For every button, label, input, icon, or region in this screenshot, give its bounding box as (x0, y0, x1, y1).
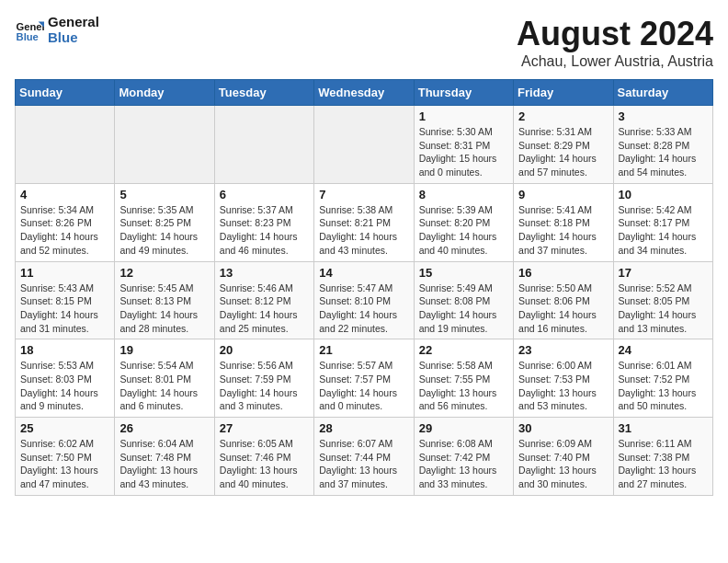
day-info: Sunrise: 5:50 AM Sunset: 8:06 PM Dayligh… (518, 282, 608, 336)
day-number: 30 (518, 421, 608, 435)
day-number: 10 (619, 188, 708, 201)
calendar-cell: 18Sunrise: 5:53 AM Sunset: 8:03 PM Dayli… (16, 339, 115, 418)
day-number: 22 (419, 343, 508, 357)
calendar-cell: 2Sunrise: 5:31 AM Sunset: 8:29 PM Daylig… (514, 106, 613, 184)
calendar-header: SundayMondayTuesdayWednesdayThursdayFrid… (16, 80, 713, 106)
calendar-cell: 9Sunrise: 5:41 AM Sunset: 8:18 PM Daylig… (514, 183, 613, 261)
day-number: 3 (619, 109, 708, 123)
week-row: 25Sunrise: 6:02 AM Sunset: 7:50 PM Dayli… (16, 418, 713, 496)
day-number: 14 (319, 266, 408, 280)
calendar-cell: 17Sunrise: 5:52 AM Sunset: 8:05 PM Dayli… (613, 261, 712, 339)
day-header-monday: Monday (115, 80, 214, 106)
day-number: 8 (419, 188, 508, 201)
calendar-cell: 22Sunrise: 5:58 AM Sunset: 7:55 PM Dayli… (414, 339, 513, 418)
day-header-thursday: Thursday (414, 80, 513, 106)
logo-line1: General (48, 15, 99, 30)
title-area: August 2024 Achau, Lower Austria, Austri… (517, 15, 713, 70)
day-info: Sunrise: 5:37 AM Sunset: 8:23 PM Dayligh… (220, 203, 309, 258)
calendar-cell: 5Sunrise: 5:35 AM Sunset: 8:25 PM Daylig… (115, 183, 214, 261)
day-info: Sunrise: 5:52 AM Sunset: 8:05 PM Dayligh… (619, 282, 708, 336)
day-number: 29 (419, 421, 508, 435)
day-number: 7 (319, 188, 408, 201)
calendar-cell: 25Sunrise: 6:02 AM Sunset: 7:50 PM Dayli… (16, 418, 115, 496)
day-number: 17 (619, 266, 708, 280)
calendar-cell: 23Sunrise: 6:00 AM Sunset: 7:53 PM Dayli… (514, 339, 613, 418)
day-info: Sunrise: 5:53 AM Sunset: 8:03 PM Dayligh… (20, 359, 109, 413)
day-info: Sunrise: 5:58 AM Sunset: 7:55 PM Dayligh… (419, 359, 508, 413)
day-info: Sunrise: 6:05 AM Sunset: 7:46 PM Dayligh… (220, 437, 309, 491)
calendar-cell: 16Sunrise: 5:50 AM Sunset: 8:06 PM Dayli… (514, 261, 613, 339)
day-info: Sunrise: 6:09 AM Sunset: 7:40 PM Dayligh… (518, 437, 608, 491)
day-info: Sunrise: 5:35 AM Sunset: 8:25 PM Dayligh… (119, 203, 209, 258)
logo-line2: Blue (48, 30, 99, 46)
svg-text:Blue: Blue (17, 31, 39, 42)
day-info: Sunrise: 6:08 AM Sunset: 7:42 PM Dayligh… (419, 437, 508, 491)
day-info: Sunrise: 5:31 AM Sunset: 8:29 PM Dayligh… (518, 125, 608, 179)
day-info: Sunrise: 6:00 AM Sunset: 7:53 PM Dayligh… (518, 359, 608, 413)
calendar-cell: 3Sunrise: 5:33 AM Sunset: 8:28 PM Daylig… (613, 106, 712, 184)
day-info: Sunrise: 5:57 AM Sunset: 7:57 PM Dayligh… (319, 359, 408, 413)
header-row: SundayMondayTuesdayWednesdayThursdayFrid… (16, 80, 713, 106)
calendar-cell: 7Sunrise: 5:38 AM Sunset: 8:21 PM Daylig… (314, 183, 414, 261)
day-number: 5 (119, 188, 209, 201)
day-number: 9 (518, 188, 608, 201)
calendar-cell: 27Sunrise: 6:05 AM Sunset: 7:46 PM Dayli… (214, 418, 313, 496)
day-header-tuesday: Tuesday (214, 80, 313, 106)
day-number: 4 (20, 188, 109, 201)
calendar-cell: 21Sunrise: 5:57 AM Sunset: 7:57 PM Dayli… (314, 339, 414, 418)
day-info: Sunrise: 6:02 AM Sunset: 7:50 PM Dayligh… (20, 437, 109, 491)
day-info: Sunrise: 5:45 AM Sunset: 8:13 PM Dayligh… (119, 282, 209, 336)
day-info: Sunrise: 6:07 AM Sunset: 7:44 PM Dayligh… (319, 437, 408, 491)
day-number: 26 (119, 421, 209, 435)
day-number: 11 (20, 266, 109, 280)
calendar-cell: 29Sunrise: 6:08 AM Sunset: 7:42 PM Dayli… (414, 418, 513, 496)
calendar-cell (115, 106, 214, 184)
calendar-cell: 13Sunrise: 5:46 AM Sunset: 8:12 PM Dayli… (214, 261, 313, 339)
calendar-cell (16, 106, 115, 184)
day-number: 21 (319, 343, 408, 357)
calendar-cell: 26Sunrise: 6:04 AM Sunset: 7:48 PM Dayli… (115, 418, 214, 496)
week-row: 4Sunrise: 5:34 AM Sunset: 8:26 PM Daylig… (16, 183, 713, 261)
day-info: Sunrise: 5:30 AM Sunset: 8:31 PM Dayligh… (419, 125, 508, 179)
day-info: Sunrise: 5:33 AM Sunset: 8:28 PM Dayligh… (619, 125, 708, 179)
calendar-cell: 6Sunrise: 5:37 AM Sunset: 8:23 PM Daylig… (214, 183, 313, 261)
calendar-cell: 1Sunrise: 5:30 AM Sunset: 8:31 PM Daylig… (414, 106, 513, 184)
calendar-cell: 4Sunrise: 5:34 AM Sunset: 8:26 PM Daylig… (16, 183, 115, 261)
day-info: Sunrise: 5:43 AM Sunset: 8:15 PM Dayligh… (20, 282, 109, 336)
day-info: Sunrise: 5:34 AM Sunset: 8:26 PM Dayligh… (20, 203, 109, 258)
calendar-cell: 24Sunrise: 6:01 AM Sunset: 7:52 PM Dayli… (613, 339, 712, 418)
calendar-cell: 12Sunrise: 5:45 AM Sunset: 8:13 PM Dayli… (115, 261, 214, 339)
logo-icon: General Blue (15, 16, 44, 45)
day-number: 24 (619, 343, 708, 357)
calendar-cell: 14Sunrise: 5:47 AM Sunset: 8:10 PM Dayli… (314, 261, 414, 339)
day-number: 1 (419, 109, 508, 123)
day-number: 16 (518, 266, 608, 280)
calendar-cell: 30Sunrise: 6:09 AM Sunset: 7:40 PM Dayli… (514, 418, 613, 496)
day-number: 25 (20, 421, 109, 435)
day-number: 27 (220, 421, 309, 435)
day-info: Sunrise: 5:41 AM Sunset: 8:18 PM Dayligh… (518, 203, 608, 258)
location-title: Achau, Lower Austria, Austria (517, 53, 713, 70)
day-info: Sunrise: 5:47 AM Sunset: 8:10 PM Dayligh… (319, 282, 408, 336)
calendar-cell: 15Sunrise: 5:49 AM Sunset: 8:08 PM Dayli… (414, 261, 513, 339)
day-info: Sunrise: 5:54 AM Sunset: 8:01 PM Dayligh… (119, 359, 209, 413)
day-info: Sunrise: 5:49 AM Sunset: 8:08 PM Dayligh… (419, 282, 508, 336)
day-info: Sunrise: 5:46 AM Sunset: 8:12 PM Dayligh… (220, 282, 309, 336)
calendar-cell: 20Sunrise: 5:56 AM Sunset: 7:59 PM Dayli… (214, 339, 313, 418)
day-number: 31 (619, 421, 708, 435)
calendar-cell (214, 106, 313, 184)
day-number: 2 (518, 109, 608, 123)
header: General Blue General Blue August 2024 Ac… (15, 15, 713, 70)
day-number: 28 (319, 421, 408, 435)
week-row: 18Sunrise: 5:53 AM Sunset: 8:03 PM Dayli… (16, 339, 713, 418)
day-number: 12 (119, 266, 209, 280)
calendar-cell: 31Sunrise: 6:11 AM Sunset: 7:38 PM Dayli… (613, 418, 712, 496)
day-header-friday: Friday (514, 80, 613, 106)
day-info: Sunrise: 6:11 AM Sunset: 7:38 PM Dayligh… (619, 437, 708, 491)
day-number: 6 (220, 188, 309, 201)
day-info: Sunrise: 6:04 AM Sunset: 7:48 PM Dayligh… (119, 437, 209, 491)
logo: General Blue General Blue (15, 15, 99, 45)
day-info: Sunrise: 5:38 AM Sunset: 8:21 PM Dayligh… (319, 203, 408, 258)
day-number: 13 (220, 266, 309, 280)
day-info: Sunrise: 6:01 AM Sunset: 7:52 PM Dayligh… (619, 359, 708, 413)
